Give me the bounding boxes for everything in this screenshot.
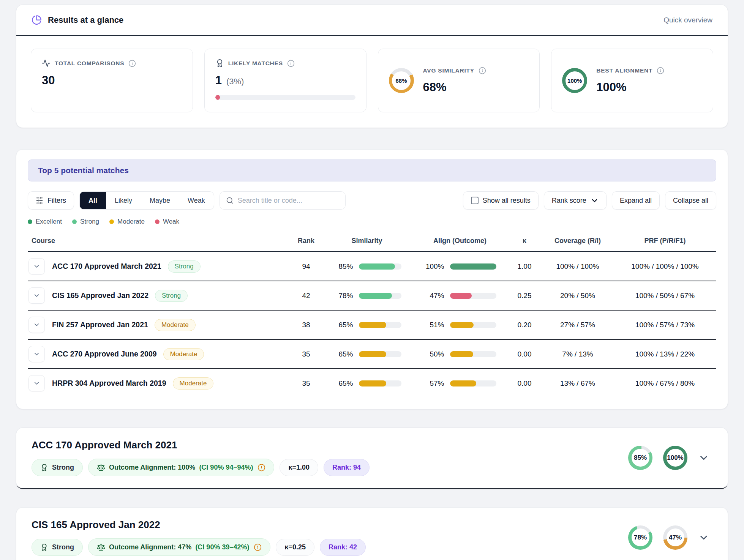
- legend-item-strong: Strong: [72, 218, 99, 226]
- sort-dropdown[interactable]: Rank score: [544, 191, 607, 210]
- alignment-cell: 100%: [412, 262, 507, 271]
- rank-value: 42: [291, 292, 321, 300]
- coverage-value: 100% / 100%: [542, 262, 614, 271]
- filters-label: Filters: [47, 197, 66, 205]
- row-expand-button[interactable]: [28, 287, 45, 304]
- alert-circle-icon[interactable]: [254, 543, 262, 551]
- alignment-bar: [450, 322, 496, 328]
- col-course: Course: [28, 237, 291, 245]
- show-all-checkbox[interactable]: [471, 197, 479, 204]
- tab-weak[interactable]: Weak: [179, 192, 214, 209]
- search-box: [220, 191, 346, 210]
- coverage-value: 7% / 13%: [542, 350, 614, 358]
- strength-badge: Moderate: [163, 348, 204, 360]
- table-row: CIS 165 Approved Jan 2022 Strong 42 78% …: [28, 281, 716, 311]
- prf-value: 100% / 100% / 100%: [614, 262, 716, 271]
- similarity-bar: [359, 380, 401, 386]
- col-kappa: κ: [507, 237, 542, 245]
- prf-value: 100% / 57% / 73%: [614, 321, 716, 329]
- similarity-bar: [359, 322, 401, 328]
- rank-chip: Rank: 94: [324, 459, 370, 476]
- rank-value: 94: [291, 262, 321, 271]
- stat-card-avg-similarity: 68% AVG SIMILARITY 68%: [378, 49, 540, 112]
- stat-card-best-alignment: 100% BEST ALIGNMENT 100%: [551, 49, 713, 112]
- pie-chart-icon: [32, 15, 42, 25]
- progress-fill: [215, 95, 220, 100]
- alert-circle-icon[interactable]: [257, 464, 265, 472]
- alignment-bar: [450, 293, 496, 299]
- stat-value: 30: [42, 74, 55, 87]
- avg-similarity-donut: 68%: [389, 68, 414, 93]
- row-expand-button[interactable]: [28, 317, 45, 333]
- col-similarity: Similarity: [321, 237, 412, 245]
- results-overview-card: Results at a glance Quick overview TOTAL…: [16, 5, 728, 128]
- legend-item-moderate: Moderate: [109, 218, 145, 226]
- col-align-outcome: Align (Outcome): [412, 237, 507, 245]
- similarity-cell: 65%: [321, 321, 412, 329]
- sliders-icon: [36, 197, 43, 204]
- kappa-chip: κ=1.00: [280, 459, 318, 476]
- info-icon[interactable]: [479, 67, 486, 74]
- award-icon: [40, 543, 48, 551]
- row-expand-button[interactable]: [28, 258, 45, 274]
- stats-row: TOTAL COMPARISONS 30 LIKELY MATCHES 1 (3…: [16, 36, 728, 128]
- course-name: ACC 270 Approved June 2009: [52, 350, 157, 358]
- expand-detail-chevron[interactable]: [698, 532, 709, 543]
- info-icon[interactable]: [128, 60, 136, 67]
- info-icon[interactable]: [657, 67, 664, 74]
- section-banner: Top 5 potential matches: [28, 159, 716, 181]
- donut-label: 68%: [392, 71, 411, 90]
- alignment-bar: [450, 380, 496, 386]
- stat-label: TOTAL COMPARISONS: [55, 60, 124, 67]
- table-row: HRPR 304 Approved March 2019 Moderate 35…: [28, 369, 716, 398]
- course-name: CIS 165 Approved Jan 2022: [52, 291, 148, 300]
- table-row: FIN 257 Approved Jan 2021 Moderate 38 65…: [28, 311, 716, 340]
- stat-percentage: (3%): [226, 77, 244, 87]
- show-all-results-toggle[interactable]: Show all results: [463, 191, 539, 210]
- strength-badge: Strong: [155, 290, 188, 302]
- coverage-value: 13% / 67%: [542, 379, 614, 388]
- alignment-donut: 47%: [663, 525, 687, 550]
- toolbar: Filters All Likely Maybe Weak Show all r…: [28, 191, 716, 210]
- search-input[interactable]: [238, 197, 339, 205]
- excellent-dot: [28, 219, 32, 224]
- col-prf: PRF (P/R/F1): [614, 237, 716, 245]
- coverage-value: 20% / 50%: [542, 292, 614, 300]
- strength-chip: Strong: [32, 539, 83, 556]
- stat-label: AVG SIMILARITY: [423, 67, 474, 74]
- similarity-bar: [359, 351, 401, 357]
- tab-all[interactable]: All: [80, 192, 106, 209]
- table-row: ACC 170 Approved March 2021 Strong 94 85…: [28, 252, 716, 281]
- rank-chip: Rank: 42: [320, 539, 366, 556]
- similarity-bar: [359, 293, 401, 299]
- stat-value: 1: [215, 74, 222, 87]
- info-icon[interactable]: [287, 60, 295, 67]
- row-expand-button[interactable]: [28, 375, 45, 391]
- similarity-donut: 78%: [628, 525, 652, 550]
- alignment-bar: [450, 263, 496, 270]
- outcome-alignment-chip: Outcome Alignment: 100% (CI 90% 94–94%): [88, 459, 274, 476]
- scale-icon: [97, 543, 105, 551]
- strength-badge: Strong: [168, 260, 201, 273]
- likely-matches-progress: [215, 95, 355, 100]
- row-expand-button[interactable]: [28, 346, 45, 362]
- award-icon: [215, 59, 224, 68]
- alignment-cell: 47%: [412, 292, 507, 300]
- search-icon: [226, 197, 234, 204]
- page-title: Results at a glance: [48, 15, 123, 25]
- prf-value: 100% / 13% / 22%: [614, 350, 716, 358]
- collapse-all-button[interactable]: Collapse all: [665, 191, 716, 210]
- similarity-cell: 65%: [321, 379, 412, 388]
- expand-all-button[interactable]: Expand all: [612, 191, 660, 210]
- tab-maybe[interactable]: Maybe: [141, 192, 179, 209]
- overview-header: Results at a glance Quick overview: [16, 5, 728, 36]
- expand-detail-chevron[interactable]: [698, 452, 709, 464]
- alignment-cell: 51%: [412, 321, 507, 329]
- filters-button[interactable]: Filters: [28, 191, 74, 210]
- rank-value: 35: [291, 379, 321, 388]
- chevron-down-icon: [33, 380, 40, 387]
- outcome-alignment-chip: Outcome Alignment: 47% (CI 90% 39–42%): [88, 538, 270, 556]
- tab-likely[interactable]: Likely: [106, 192, 141, 209]
- similarity-donut: 85%: [628, 446, 652, 470]
- chevron-down-icon: [591, 197, 599, 205]
